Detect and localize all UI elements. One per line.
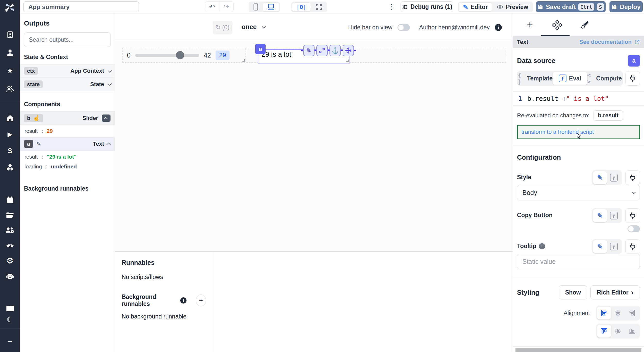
ctx-output-row[interactable]: ctx App Context (20, 64, 115, 78)
style-select[interactable]: Body (517, 185, 640, 200)
settings-gear-icon[interactable]: ⚙ (0, 255, 20, 266)
transform-frontend-script-box[interactable]: transform to a frontend script (517, 125, 640, 139)
panel-scrollbar[interactable] (515, 348, 641, 352)
favorites-star-icon[interactable]: ★ (0, 65, 20, 76)
info-icon[interactable]: i (539, 243, 545, 249)
slider-handle[interactable] (176, 51, 184, 59)
more-options-kebab-menu[interactable]: ⋮ (388, 3, 395, 11)
align-center-horizontal-button[interactable] (611, 307, 625, 320)
mobile-view-button[interactable] (249, 2, 262, 12)
preview-tab[interactable]: Preview (493, 2, 532, 12)
edit-pencil-button[interactable]: ✎ (303, 45, 315, 56)
save-draft-button[interactable]: Save draft Ctrl S (536, 1, 606, 12)
template-mode-tab[interactable]: { } Template (518, 72, 553, 85)
runnables-detail-empty-area (213, 252, 513, 352)
eval-function-button[interactable]: ƒ (607, 240, 621, 253)
braces-icon: { } (518, 72, 524, 85)
docs-book-icon[interactable] (0, 303, 20, 314)
resize-handle[interactable] (242, 59, 245, 62)
eval-function-button[interactable]: ƒ (607, 209, 621, 222)
hide-bar-toggle[interactable] (397, 24, 410, 31)
runs-play-icon[interactable]: ▶ (0, 129, 20, 140)
code-angle-icon: < > (587, 72, 594, 85)
connect-plug-button[interactable] (625, 71, 640, 86)
dark-mode-moon-icon[interactable]: ☾ (0, 314, 20, 325)
resize-handle[interactable] (346, 60, 349, 62)
text-loading-row[interactable]: loading: undefined (20, 163, 115, 173)
collapse-rail-arrow-icon[interactable]: → (0, 335, 20, 346)
outputs-title: Outputs (24, 19, 111, 27)
refresh-runnables-button[interactable]: ↻ (0) (213, 21, 232, 34)
user-icon[interactable] (0, 47, 20, 58)
eval-function-button[interactable]: ƒ (607, 171, 621, 184)
component-settings-tab[interactable] (552, 19, 563, 31)
workers-icon[interactable] (0, 225, 20, 236)
copy-button-toggle[interactable] (628, 225, 640, 232)
resources-cubes-icon[interactable] (0, 162, 20, 173)
configuration-title: Configuration (517, 153, 640, 161)
static-pencil-button[interactable]: ✎ (593, 209, 607, 222)
home-icon[interactable] (0, 112, 20, 124)
ai-robot-icon[interactable] (0, 271, 20, 282)
state-output-row[interactable]: state State (20, 78, 115, 91)
collapse-text-button[interactable] (107, 142, 111, 146)
move-button[interactable] (343, 45, 354, 56)
slider-value-badge: 29 (216, 51, 230, 60)
connect-plug-button[interactable] (625, 239, 640, 254)
debug-runs-button[interactable]: Debug runs (1) (401, 1, 453, 12)
desktop-view-button[interactable] (263, 2, 279, 12)
component-row-text[interactable]: a ✎ Text (20, 137, 115, 151)
static-pencil-button[interactable]: ✎ (593, 240, 607, 253)
add-background-runnable-button[interactable]: + (196, 294, 206, 306)
insert-component-tab[interactable]: + (524, 19, 536, 31)
align-right-button[interactable] (625, 307, 639, 320)
centered-layout-button[interactable]: |0| (292, 2, 311, 12)
see-documentation-link[interactable]: See documentation (579, 39, 640, 45)
slider-result-row[interactable]: result: 29 (20, 125, 115, 137)
anchor-button[interactable]: ⚓ (329, 45, 341, 56)
transform-frontend-script-link[interactable]: transform to a frontend script (521, 129, 594, 135)
component-row-slider[interactable]: b ☝ Slider (20, 111, 115, 125)
eval-mode-tab[interactable]: ƒ Eval (553, 72, 587, 85)
chevron-down-icon[interactable] (108, 68, 112, 72)
editor-tab[interactable]: ✎ Editor (459, 2, 492, 12)
tooltip-static-value-input[interactable] (517, 254, 640, 269)
redo-button[interactable]: ↷ (219, 2, 233, 12)
slider-track[interactable] (135, 54, 199, 57)
schedules-calendar-icon[interactable] (0, 194, 20, 206)
connect-plug-button[interactable] (625, 208, 640, 223)
text-result-row[interactable]: result: "29 is a lot" (20, 151, 115, 163)
align-bottom-button[interactable] (625, 325, 639, 338)
folders-icon[interactable] (0, 209, 20, 221)
windmill-logo[interactable] (4, 2, 16, 14)
audit-eye-icon[interactable] (0, 240, 20, 251)
show-styling-button[interactable]: Show (559, 285, 587, 299)
slider-component[interactable]: 0 42 29 (123, 48, 246, 62)
workspace-icon[interactable] (0, 29, 20, 40)
info-icon[interactable]: i (495, 24, 502, 31)
expand-button[interactable] (316, 45, 328, 56)
compute-mode-tab[interactable]: < > Compute (587, 72, 622, 85)
chevron-down-icon[interactable] (108, 82, 112, 86)
search-outputs-input[interactable] (24, 32, 111, 47)
theme-brush-tab[interactable] (579, 19, 590, 31)
undo-button[interactable]: ↶ (205, 2, 219, 12)
static-pencil-button[interactable]: ✎ (593, 171, 607, 184)
connect-plug-button[interactable] (625, 170, 640, 185)
dependency-pill[interactable]: b.result (594, 110, 623, 121)
collapse-slider-button[interactable] (102, 114, 111, 122)
variables-dollar-icon[interactable]: $ (0, 145, 20, 157)
fullwidth-layout-button[interactable] (311, 2, 326, 12)
selected-component-tag[interactable]: a (255, 44, 266, 54)
schedule-dropdown[interactable]: once (242, 23, 265, 31)
align-middle-vertical-button[interactable] (611, 325, 625, 338)
top-bar: ↶ ↷ |0| ⋮ Debug runs (1) ✎ (20, 0, 644, 14)
align-left-button[interactable] (597, 307, 611, 320)
info-icon[interactable]: i (180, 297, 187, 304)
deploy-button[interactable]: Deploy (609, 1, 643, 12)
rich-editor-button[interactable]: Rich Editor › (590, 285, 640, 299)
groups-icon[interactable] (0, 83, 20, 94)
app-summary-input[interactable] (23, 1, 139, 12)
align-top-button[interactable] (597, 325, 611, 338)
eval-code-editor[interactable]: 1 b.result + " is a lot" (513, 91, 644, 106)
